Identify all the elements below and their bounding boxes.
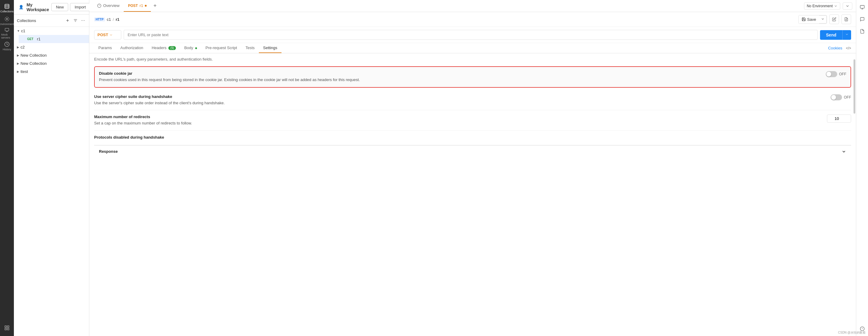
tree-item-new-collection-2[interactable]: ▶ New Collection — [14, 59, 89, 67]
svg-rect-0 — [5, 4, 9, 8]
filter-button[interactable] — [72, 18, 79, 24]
chevron-right-icon-nc1: ▶ — [17, 54, 19, 57]
chevron-down-icon: ▼ — [17, 29, 20, 33]
toggle-thumb-scs — [831, 95, 836, 100]
env-select-dropdown[interactable]: No Environment — [804, 2, 840, 10]
svg-rect-11 — [7, 329, 9, 330]
tree-item-c1-label: c1 — [21, 29, 25, 33]
sidebar-item-environments[interactable]: Environments — [1, 15, 13, 27]
method-select[interactable]: POST — [94, 30, 121, 39]
tree-children-c1: GET r1 — [14, 35, 89, 43]
setting-disable-cookie-jar-desc: Prevent cookies used in this request fro… — [99, 77, 360, 83]
settings-content: Encode the URL's path, query parameters,… — [89, 53, 856, 336]
code-snippet-button[interactable]: </> — [846, 46, 851, 50]
doc-button[interactable] — [841, 14, 851, 24]
tree-item-c1[interactable]: ▼ c1 — [14, 27, 89, 35]
sidebar-item-mock-servers[interactable]: Mock servers — [1, 28, 13, 39]
sidebar-item-history[interactable]: History — [1, 40, 13, 52]
tab-headers[interactable]: Headers (9) — [148, 43, 180, 53]
request-tabs: Params Authorization Headers (9) Body Pr… — [89, 43, 856, 53]
rs-doc-icon[interactable] — [858, 27, 867, 36]
max-redirects-input[interactable] — [827, 114, 851, 123]
breadcrumb-separator: / — [113, 17, 114, 22]
svg-rect-9 — [7, 326, 9, 327]
url-input[interactable] — [124, 30, 817, 40]
tree-item-c2[interactable]: ▶ c2 — [14, 43, 89, 51]
add-collection-button[interactable] — [65, 18, 71, 24]
setting-max-redirects-desc: Set a cap on the maximum number of redir… — [94, 120, 192, 126]
svg-rect-8 — [5, 326, 6, 327]
setting-disable-cookie-jar-text: Disable cookie jar Prevent cookies used … — [99, 71, 360, 83]
request-area: HTTP c1 / r1 Save — [89, 12, 856, 336]
cookies-link[interactable]: Cookies — [828, 46, 842, 50]
save-button-group: Save — [798, 15, 827, 24]
tab-authorization[interactable]: Authorization — [116, 43, 148, 53]
setting-server-cipher-suite-title: Use server cipher suite during handshake — [94, 94, 225, 99]
sidebar-item-collections[interactable]: Collections — [1, 2, 13, 14]
setting-disable-cookie-jar: Disable cookie jar Prevent cookies used … — [94, 66, 851, 88]
toggle-track-scs[interactable] — [831, 94, 842, 100]
setting-disable-cookie-jar-title: Disable cookie jar — [99, 71, 360, 76]
send-button[interactable]: Send — [820, 30, 842, 40]
setting-server-cipher-suite-text: Use server cipher suite during handshake… — [94, 94, 225, 106]
setting-max-redirects-header: Maximum number of redirects Set a cap on… — [94, 114, 851, 126]
settings-description: Encode the URL's path, query parameters,… — [94, 57, 851, 62]
breadcrumb-bar: HTTP c1 / r1 Save — [89, 12, 856, 27]
svg-rect-22 — [860, 5, 864, 8]
response-header: Response — [99, 149, 846, 154]
setting-server-cipher-suite: Use server cipher suite during handshake… — [94, 90, 851, 110]
right-sidebar — [856, 0, 868, 336]
svg-rect-10 — [5, 329, 6, 330]
svg-point-3 — [6, 18, 8, 20]
headers-badge: (9) — [168, 46, 176, 50]
left-sidebar: Collections Environments Mock servers Hi… — [0, 0, 14, 336]
sidebar-item-extensions[interactable] — [1, 322, 13, 334]
disable-cookie-jar-toggle[interactable]: OFF — [826, 71, 846, 77]
rs-monitor-icon[interactable] — [858, 2, 867, 12]
tab-overview[interactable]: Overview — [93, 0, 124, 12]
url-bar: POST Send — [89, 27, 856, 43]
rs-chat-icon[interactable] — [858, 14, 867, 24]
setting-max-redirects-title: Maximum number of redirects — [94, 114, 192, 119]
tab-settings[interactable]: Settings — [259, 43, 281, 53]
watermark: CSDN @水恒的数着 — [838, 331, 866, 335]
tab-params[interactable]: Params — [94, 43, 116, 53]
tab-body[interactable]: Body — [180, 43, 201, 53]
more-button[interactable]: ··· — [80, 17, 86, 24]
setting-protocols-disabled-title: Protocols disabled during handshake — [94, 135, 164, 139]
toggle-track[interactable] — [826, 71, 837, 77]
tab-pre-request-script[interactable]: Pre-request Script — [201, 43, 241, 53]
tab-tests[interactable]: Tests — [241, 43, 259, 53]
main-workspace: Overview POST r1 + No Environment HTTP c… — [89, 0, 856, 336]
tab-post-r1[interactable]: POST r1 — [124, 0, 151, 12]
chevron-right-icon-c2: ▶ — [17, 45, 19, 49]
response-expand-icon[interactable] — [841, 149, 846, 154]
scrollbar-thumb[interactable] — [854, 59, 855, 113]
server-cipher-suite-toggle[interactable]: OFF — [831, 94, 851, 100]
send-dropdown-button[interactable] — [842, 30, 851, 40]
env-more-button[interactable] — [843, 2, 852, 10]
save-dropdown-button[interactable] — [819, 15, 827, 24]
breadcrumb-actions: Save — [798, 14, 851, 24]
toggle-thumb — [826, 72, 831, 76]
toggle-label: OFF — [839, 72, 846, 76]
breadcrumb-current: r1 — [116, 17, 119, 22]
scrollbar-track[interactable] — [854, 59, 855, 330]
save-button[interactable]: Save — [799, 15, 819, 24]
collections-header: Collections ··· — [14, 14, 89, 27]
edit-button[interactable] — [829, 14, 839, 24]
import-button[interactable]: Import — [70, 3, 90, 11]
tree-item-nc2-label: New Collection — [21, 61, 47, 66]
http-badge: HTTP — [94, 18, 105, 22]
svg-rect-4 — [5, 28, 9, 31]
tree-item-ttest[interactable]: ▶ ttest — [14, 67, 89, 76]
send-button-group: Send — [820, 30, 851, 40]
breadcrumb: HTTP c1 / r1 — [94, 17, 120, 22]
new-button[interactable]: New — [51, 3, 68, 11]
tree-item-r1[interactable]: GET r1 — [19, 35, 89, 43]
tree-item-new-collection-1[interactable]: ▶ New Collection — [14, 51, 89, 59]
add-tab-button[interactable]: + — [151, 3, 159, 9]
setting-protocols-disabled: Protocols disabled during handshake — [94, 131, 851, 145]
tab-modified-dot — [145, 5, 147, 7]
method-label: POST — [97, 33, 108, 37]
